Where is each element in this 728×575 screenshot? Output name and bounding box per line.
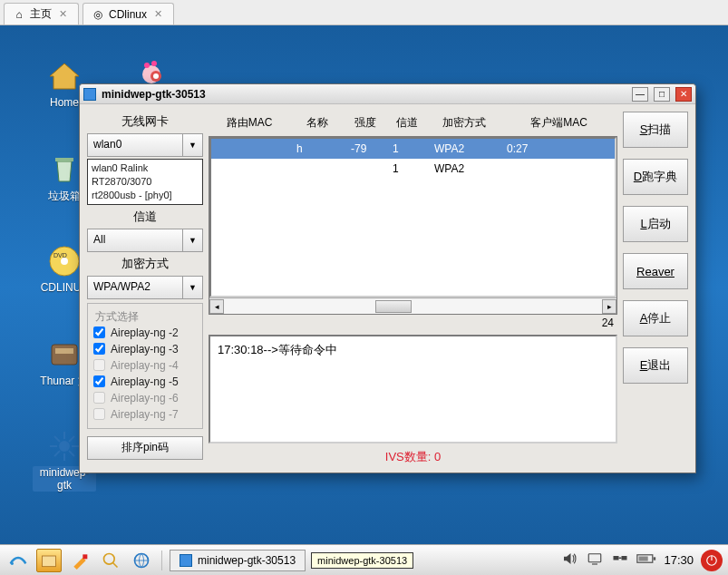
encryption-combo[interactable]: WPA/WPA2▼ <box>87 276 203 299</box>
home-icon: ⌂ <box>14 9 24 20</box>
scroll-left-icon[interactable]: ◂ <box>209 299 224 314</box>
launch-button[interactable]: L启动 <box>623 206 688 242</box>
maximize-button[interactable]: □ <box>654 87 670 102</box>
tab-label: CDlinux <box>109 8 147 21</box>
wlan-combo[interactable]: wlan0▼ <box>87 133 203 157</box>
right-panel: S扫描 D跑字典 L启动 Reaver A停止 E退出 <box>623 112 688 465</box>
method-checkbox: Aireplay-ng -6 <box>93 390 197 406</box>
method-checkbox[interactable]: Aireplay-ng -5 <box>93 374 197 390</box>
svg-rect-26 <box>639 556 648 560</box>
clock[interactable]: 17:30 <box>664 553 694 567</box>
svg-text:DVD: DVD <box>53 252 67 258</box>
taskbar: minidwep-gtk-30513 minidwep-gtk-30513 17… <box>0 544 728 575</box>
col-client-mac: 客户端MAC <box>500 115 617 131</box>
exit-button[interactable]: E退出 <box>623 347 688 384</box>
taskbar-app-button[interactable]: minidwep-gtk-30513 <box>170 550 306 571</box>
checkbox[interactable] <box>93 326 105 338</box>
checkbox[interactable] <box>93 343 105 355</box>
editor-icon[interactable] <box>67 549 92 572</box>
combo-value: WPA/WPA2 <box>88 277 182 298</box>
channel-label: 信道 <box>87 207 203 227</box>
show-desktop-icon[interactable] <box>36 549 62 572</box>
col-encryption: 加密方式 <box>428 115 500 131</box>
svg-rect-25 <box>654 557 656 560</box>
table-row[interactable]: 1WPA2 <box>211 159 615 179</box>
method-checkbox[interactable]: Aireplay-ng -3 <box>93 341 197 357</box>
volume-icon[interactable] <box>560 551 578 570</box>
sort-pin-button[interactable]: 排序pin码 <box>87 436 203 460</box>
stop-button[interactable]: A停止 <box>623 300 688 336</box>
window-title: minidwep-gtk-30513 <box>102 88 626 101</box>
svg-rect-5 <box>52 345 77 365</box>
wlan-dropdown-list[interactable]: wlan0 Ralink RT2870/3070 rt2800usb - [ph… <box>87 159 203 205</box>
taskbar-tooltip: minidwep-gtk-30513 <box>311 552 413 569</box>
wlan-label: 无线网卡 <box>87 112 203 132</box>
start-icon[interactable] <box>5 549 31 572</box>
battery-icon[interactable] <box>636 551 656 569</box>
tab-home[interactable]: ⌂ 主页 ✕ <box>4 3 79 24</box>
tab-cdlinux[interactable]: ◎ CDlinux ✕ <box>83 3 174 24</box>
reaver-button[interactable]: Reaver <box>623 253 688 289</box>
cell: h <box>293 142 347 155</box>
scroll-right-icon[interactable]: ▸ <box>602 299 616 314</box>
trash-icon <box>46 151 83 187</box>
svg-rect-14 <box>43 556 56 567</box>
svg-line-17 <box>113 562 118 567</box>
dictionary-button[interactable]: D跑字典 <box>623 159 688 195</box>
results-table: h-791WPA20:271WPA2 ◂ ▸ <box>209 136 617 315</box>
separator <box>161 551 162 570</box>
network-icon[interactable] <box>611 551 629 570</box>
chevron-down-icon: ▼ <box>182 229 202 251</box>
titlebar[interactable]: minidwep-gtk-30513 — □ ✕ <box>80 84 695 104</box>
display-icon[interactable] <box>586 551 604 570</box>
taskbar-app-label: minidwep-gtk-30513 <box>198 554 296 567</box>
svg-rect-6 <box>55 348 73 354</box>
home-folder-icon <box>46 58 83 94</box>
scan-button[interactable]: S扫描 <box>623 112 688 148</box>
combo-value: All <box>88 229 182 251</box>
encryption-label: 加密方式 <box>87 254 203 274</box>
checkbox <box>93 408 105 420</box>
search-icon[interactable] <box>98 549 123 572</box>
table-body[interactable]: h-791WPA20:271WPA2 <box>209 137 616 297</box>
scroll-track[interactable] <box>224 299 602 314</box>
horizontal-scrollbar[interactable]: ◂ ▸ <box>209 297 616 314</box>
methods-fieldset: 方式选择 Aireplay-ng -2Aireplay-ng -3Airepla… <box>87 303 203 429</box>
channel-combo[interactable]: All▼ <box>87 229 203 252</box>
close-icon[interactable]: ✕ <box>57 8 69 20</box>
chevron-down-icon: ▼ <box>182 277 202 298</box>
minidwep-icon <box>46 428 83 464</box>
cd-icon: ◎ <box>92 9 103 20</box>
minimize-button[interactable]: — <box>632 87 648 102</box>
close-icon[interactable]: ✕ <box>152 8 164 20</box>
method-checkbox: Aireplay-ng -7 <box>93 406 197 423</box>
ivs-count: IVS数量: 0 <box>209 443 617 465</box>
tab-label: 主页 <box>30 6 52 22</box>
cell: WPA2 <box>431 162 503 175</box>
close-button[interactable]: ✕ <box>675 87 692 102</box>
browser-tabbar: ⌂ 主页 ✕ ◎ CDlinux ✕ <box>0 0 728 25</box>
power-button[interactable] <box>701 550 723 571</box>
method-label: Aireplay-ng -7 <box>111 408 179 421</box>
app-window: minidwep-gtk-30513 — □ ✕ 无线网卡 wlan0▼ wla… <box>79 83 696 473</box>
cell: 0:27 <box>503 142 615 155</box>
method-label: Aireplay-ng -6 <box>111 392 179 404</box>
cell: 1 <box>389 142 431 155</box>
checkbox[interactable] <box>93 375 105 387</box>
left-panel: 无线网卡 wlan0▼ wlan0 Ralink RT2870/3070 rt2… <box>87 112 203 465</box>
svg-point-16 <box>104 553 115 564</box>
combo-value: wlan0 <box>88 134 182 156</box>
checkbox <box>93 392 105 404</box>
fieldset-legend: 方式选择 <box>93 309 141 325</box>
method-checkbox[interactable]: Aireplay-ng -2 <box>93 325 197 341</box>
thunar-icon <box>46 336 83 372</box>
table-row[interactable]: h-791WPA20:27 <box>211 139 615 159</box>
svg-rect-19 <box>589 554 602 562</box>
svg-marker-0 <box>50 63 79 89</box>
svg-point-3 <box>61 258 68 265</box>
scroll-thumb[interactable] <box>375 300 412 313</box>
checkbox <box>93 359 105 371</box>
cell: WPA2 <box>431 142 503 155</box>
browser-icon[interactable] <box>129 549 154 572</box>
cell: 1 <box>389 162 431 175</box>
